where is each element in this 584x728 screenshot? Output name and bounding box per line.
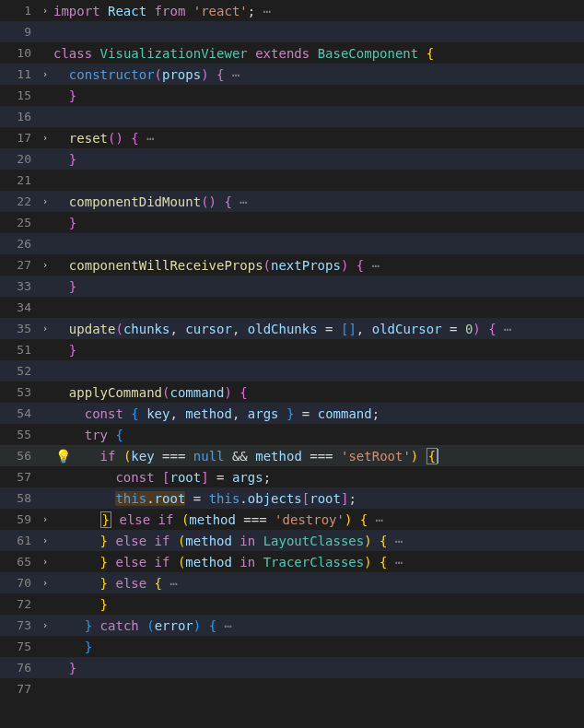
code-line[interactable]: 💡 56 if (key === null && method === 'set… xyxy=(0,445,584,466)
code-line[interactable]: 16 xyxy=(0,106,584,127)
line-number: 25 xyxy=(0,216,37,229)
code-line[interactable]: 51 } xyxy=(0,339,584,360)
line-number: 34 xyxy=(0,300,37,314)
fold-icon[interactable]: › xyxy=(37,259,53,271)
fold-icon[interactable]: › xyxy=(37,132,53,144)
line-number: 16 xyxy=(0,110,37,123)
code-content[interactable]: update(chunks, cursor, oldChunks = [], o… xyxy=(53,322,584,336)
line-number: 56 xyxy=(0,449,37,463)
line-number: 9 xyxy=(0,25,37,39)
code-line[interactable]: 17 › reset() { ⋯ xyxy=(0,127,584,148)
code-line[interactable]: 72 } xyxy=(0,593,584,615)
code-line[interactable]: 52 xyxy=(0,360,584,382)
line-number: 11 xyxy=(0,67,37,81)
code-content[interactable]: } xyxy=(53,279,584,294)
code-content[interactable]: reset() { ⋯ xyxy=(53,131,584,146)
code-editor[interactable]: 1 › import React from 'react'; ⋯ 9 10 cl… xyxy=(0,0,584,699)
code-line[interactable]: 70 › } else { ⋯ xyxy=(0,572,584,593)
lightbulb-icon[interactable]: 💡 xyxy=(55,449,71,464)
line-number: 76 xyxy=(0,661,37,675)
line-number: 58 xyxy=(0,491,37,505)
fold-icon[interactable]: › xyxy=(37,619,53,631)
code-line[interactable]: 54 const { key, method, args } = command… xyxy=(0,403,584,424)
code-content[interactable]: } catch (error) { ⋯ xyxy=(53,618,584,633)
code-content[interactable]: try { xyxy=(53,428,584,442)
line-number: 22 xyxy=(0,194,37,208)
line-number: 77 xyxy=(0,682,37,696)
code-line[interactable]: 21 xyxy=(0,170,584,191)
code-line[interactable]: 57 const [root] = args; xyxy=(0,466,584,487)
line-number: 73 xyxy=(0,618,37,632)
code-line[interactable]: 9 xyxy=(0,21,584,42)
line-number: 10 xyxy=(0,46,37,60)
line-number: 57 xyxy=(0,470,37,484)
line-number: 17 xyxy=(0,131,37,145)
code-line[interactable]: 55 try { xyxy=(0,424,584,445)
code-content[interactable]: componentWillReceiveProps(nextProps) { ⋯ xyxy=(53,258,584,273)
code-line[interactable]: 35 › update(chunks, cursor, oldChunks = … xyxy=(0,318,584,339)
code-content[interactable]: } else if (method in LayoutClasses) { ⋯ xyxy=(53,534,584,548)
fold-icon[interactable]: › xyxy=(37,68,53,80)
code-line[interactable]: 1 › import React from 'react'; ⋯ xyxy=(0,0,584,21)
code-content[interactable]: componentDidMount() { ⋯ xyxy=(53,194,584,209)
code-content[interactable]: } xyxy=(53,661,584,675)
code-line[interactable]: 59 › } else if (method === 'destroy') { … xyxy=(0,509,584,530)
line-number: 20 xyxy=(0,152,37,166)
fold-icon[interactable]: › xyxy=(37,323,53,335)
fold-icon[interactable]: › xyxy=(37,513,53,525)
line-number: 61 xyxy=(0,534,37,547)
code-line[interactable]: 53 applyCommand(command) { xyxy=(0,382,584,403)
code-line[interactable]: 25 } xyxy=(0,212,584,233)
line-number: 33 xyxy=(0,279,37,293)
line-number: 35 xyxy=(0,322,37,335)
code-line[interactable]: 61 › } else if (method in LayoutClasses)… xyxy=(0,530,584,551)
code-content[interactable]: const { key, method, args } = command; xyxy=(53,406,584,421)
code-line[interactable]: 58 this.root = this.objects[root]; xyxy=(0,487,584,509)
fold-icon[interactable]: › xyxy=(37,5,53,17)
line-number: 65 xyxy=(0,555,37,569)
code-line[interactable]: 77 xyxy=(0,678,584,699)
code-line[interactable]: 65 › } else if (method in TracerClasses)… xyxy=(0,551,584,572)
line-number: 52 xyxy=(0,364,37,378)
code-line[interactable]: 26 xyxy=(0,233,584,254)
line-number: 54 xyxy=(0,406,37,420)
code-content[interactable]: } else if (method === 'destroy') { ⋯ xyxy=(53,512,584,527)
line-number: 59 xyxy=(0,512,37,526)
code-content[interactable]: constructor(props) { ⋯ xyxy=(53,67,584,82)
code-content[interactable]: } xyxy=(53,343,584,358)
fold-icon[interactable]: › xyxy=(37,195,53,207)
code-content[interactable]: import React from 'react'; ⋯ xyxy=(53,4,584,18)
code-content[interactable]: this.root = this.objects[root]; xyxy=(53,491,584,506)
line-number: 21 xyxy=(0,173,37,187)
code-line[interactable]: 73 › } catch (error) { ⋯ xyxy=(0,615,584,636)
code-content[interactable]: } else { ⋯ xyxy=(53,576,584,591)
code-line[interactable]: 20 } xyxy=(0,148,584,170)
code-line[interactable]: 34 xyxy=(0,297,584,318)
line-number: 26 xyxy=(0,237,37,251)
code-content[interactable]: } xyxy=(53,152,584,167)
code-content[interactable]: class VisualizationViewer extends BaseCo… xyxy=(53,46,584,61)
line-number: 15 xyxy=(0,88,37,102)
code-content[interactable]: if (key === null && method === 'setRoot'… xyxy=(53,449,584,464)
code-line[interactable]: 33 } xyxy=(0,276,584,297)
fold-icon[interactable]: › xyxy=(37,577,53,589)
code-content[interactable]: } xyxy=(53,640,584,654)
code-content[interactable]: } else if (method in TracerClasses) { ⋯ xyxy=(53,555,584,569)
code-content[interactable]: const [root] = args; xyxy=(53,470,584,485)
code-content[interactable]: } xyxy=(53,597,584,612)
line-number: 27 xyxy=(0,258,37,272)
code-line[interactable]: 75 } xyxy=(0,636,584,657)
code-content[interactable]: } xyxy=(53,88,584,103)
code-content[interactable]: } xyxy=(53,216,584,230)
fold-icon[interactable]: › xyxy=(37,556,53,568)
code-line[interactable]: 27 › componentWillReceiveProps(nextProps… xyxy=(0,254,584,276)
code-line[interactable]: 22 › componentDidMount() { ⋯ xyxy=(0,191,584,212)
code-content[interactable]: applyCommand(command) { xyxy=(53,385,584,400)
line-number: 55 xyxy=(0,428,37,441)
code-line[interactable]: 15 } xyxy=(0,85,584,106)
code-line[interactable]: 76 } xyxy=(0,657,584,678)
line-number: 1 xyxy=(0,4,37,18)
fold-icon[interactable]: › xyxy=(37,534,53,546)
code-line[interactable]: 10 class VisualizationViewer extends Bas… xyxy=(0,42,584,64)
code-line[interactable]: 11 › constructor(props) { ⋯ xyxy=(0,64,584,85)
